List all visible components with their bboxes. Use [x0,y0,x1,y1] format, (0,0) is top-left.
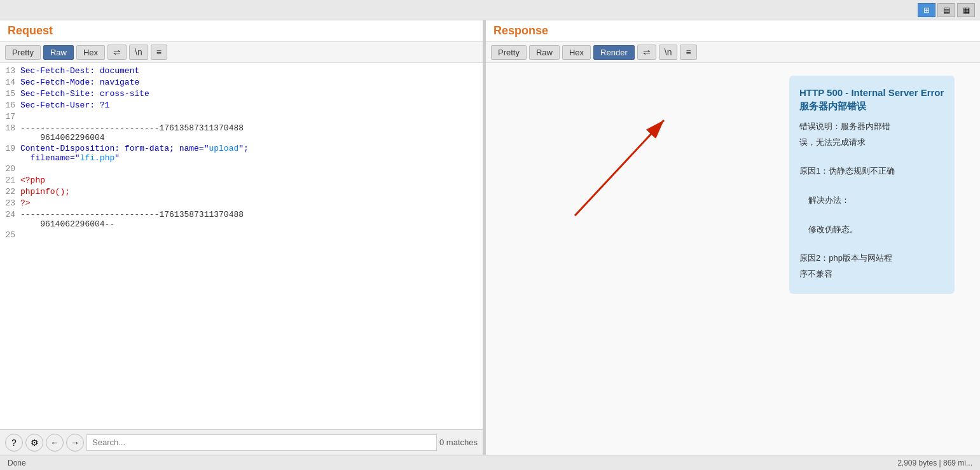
arrow-annotation [524,101,702,228]
matches-count: 0 matches [439,438,478,447]
svg-line-1 [575,120,664,216]
request-raw-btn[interactable]: Raw [43,45,74,60]
response-wrap-btn[interactable]: ⇌ [637,45,656,60]
help-button[interactable]: ? [5,434,23,452]
response-newline-btn[interactable]: \n [659,45,678,60]
table-row: 15 Sec-Fetch-Site: cross-site [0,88,483,100]
response-toolbar: Pretty Raw Hex Render ⇌ \n ≡ [486,42,980,63]
split-view-button[interactable]: ⊞ [918,3,935,17]
error-description-line1: 错误说明：服务器内部错 [799,120,944,134]
panels: Request Pretty Raw Hex ⇌ \n ≡ 13 Sec-Fet… [0,20,980,455]
status-left: Done [8,459,26,467]
search-back-button[interactable]: ← [46,434,64,452]
render-content: HTTP 500 - Internal Server Error 服务器内部错误… [486,63,980,455]
response-hex-btn[interactable]: Hex [562,45,591,60]
table-row: 17 [0,111,483,123]
response-pretty-btn[interactable]: Pretty [491,45,527,60]
table-row: 19 Content-Disposition: form-data; name=… [0,143,483,163]
request-wrap-btn[interactable]: ⇌ [107,45,127,60]
http-error-card: HTTP 500 - Internal Server Error 服务器内部错误… [789,76,955,294]
response-panel: Response Pretty Raw Hex Render ⇌ \n ≡ [486,20,980,455]
table-row: 22 phpinfo(); [0,186,483,198]
error-description-line2: 误，无法完成请求 [799,136,944,149]
table-row: 13 Sec-Fetch-Dest: document [0,66,483,77]
view-buttons: ⊞ ▤ ▦ [918,3,975,17]
http-error-body: 错误说明：服务器内部错 误，无法完成请求 原因1：伪静态规则不正确 解决办法： … [799,120,944,281]
search-input[interactable] [86,434,437,451]
settings-button[interactable]: ⚙ [25,434,43,452]
error-solution-label: 解决办法： [799,194,944,207]
left-view-button[interactable]: ▤ [937,3,955,17]
request-menu-btn[interactable]: ≡ [151,45,167,60]
search-bar: ? ⚙ ← → 0 matches [0,429,483,455]
table-row: 24 ----------------------------176135873… [0,209,483,230]
request-newline-btn[interactable]: \n [129,45,148,60]
request-toolbar: Pretty Raw Hex ⇌ \n ≡ [0,42,483,63]
render-area: HTTP 500 - Internal Server Error 服务器内部错误… [486,63,980,455]
error-reason2-line1: 原因2：php版本与网站程 [799,252,944,265]
status-bar: Done 2,909 bytes | 869 mi... [0,455,980,470]
table-row: 21 <?php [0,175,483,186]
right-view-button[interactable]: ▦ [957,3,975,17]
response-title: Response [486,20,980,42]
request-hex-btn[interactable]: Hex [76,45,105,60]
request-code-area: 13 Sec-Fetch-Dest: document 14 Sec-Fetch… [0,63,483,429]
top-bar: ⊞ ▤ ▦ [0,0,980,20]
request-pretty-btn[interactable]: Pretty [5,45,41,60]
table-row: 20 [0,163,483,175]
table-row: 16 Sec-Fetch-User: ?1 [0,100,483,111]
request-panel: Request Pretty Raw Hex ⇌ \n ≡ 13 Sec-Fet… [0,20,483,455]
table-row: 25 [0,230,483,241]
table-row: 23 ?> [0,198,483,209]
error-reason2-line2: 序不兼容 [799,268,944,281]
search-forward-button[interactable]: → [66,434,84,452]
status-right: 2,909 bytes | 869 mi... [897,459,972,467]
table-row: 18 ----------------------------176135873… [0,123,483,143]
response-render-btn[interactable]: Render [593,45,635,60]
response-raw-btn[interactable]: Raw [529,45,560,60]
request-title: Request [0,20,483,42]
table-row: 14 Sec-Fetch-Mode: navigate [0,77,483,88]
error-solution-text: 修改伪静态。 [799,223,944,237]
http-error-title: HTTP 500 - Internal Server Error 服务器内部错误 [799,86,944,113]
error-reason1: 原因1：伪静态规则不正确 [799,165,944,178]
response-menu-btn[interactable]: ≡ [680,45,696,60]
